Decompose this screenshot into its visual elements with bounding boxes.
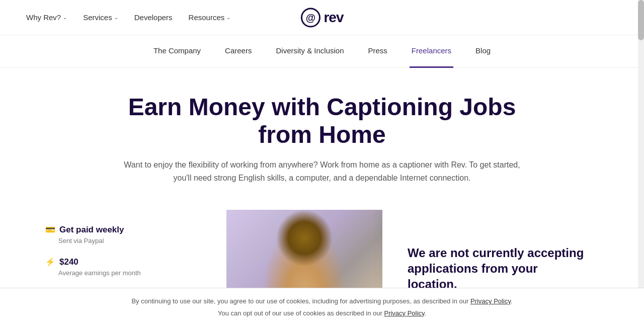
subnav-freelancers[interactable]: Freelancers	[410, 35, 453, 68]
rev-logo-icon: @	[300, 8, 320, 28]
stat-paid-weekly-value: Get paid weekly	[59, 225, 124, 235]
cookie-line-2: You can opt out of our use of cookies as…	[20, 307, 624, 319]
svg-text:@: @	[306, 12, 316, 23]
scrollbar-thumb[interactable]	[638, 0, 644, 40]
rev-wordmark: rev	[324, 10, 343, 26]
chevron-down-icon: ⌄	[226, 15, 230, 20]
chevron-down-icon: ⌄	[63, 15, 67, 20]
stat-average-earnings: $240 Average earnings per month	[45, 257, 211, 277]
nav-services[interactable]: Services ⌄	[77, 9, 124, 26]
top-navigation: Why Rev? ⌄ Services ⌄ Developers Resourc…	[0, 0, 644, 35]
nav-developers[interactable]: Developers	[128, 9, 179, 26]
sub-navigation: The Company Careers Diversity & Inclusio…	[0, 35, 644, 68]
page-title: Earn Money with Captioning Jobs from Hom…	[101, 93, 543, 148]
nav-why-rev-label: Why Rev?	[26, 13, 61, 22]
subnav-blog[interactable]: Blog	[473, 35, 493, 68]
nav-services-label: Services	[83, 13, 112, 22]
not-accepting-message: We are not currently accepting applicati…	[408, 245, 589, 292]
stat-paid-weekly-label: Sent via Paypal	[58, 237, 211, 244]
subnav-the-company[interactable]: The Company	[151, 35, 203, 68]
scrollbar[interactable]	[638, 0, 644, 326]
hero-subtitle: Want to enjoy the flexibility of working…	[121, 158, 523, 184]
top-nav-links: Why Rev? ⌄ Services ⌄ Developers Resourc…	[20, 9, 236, 26]
stat-average-value: $240	[59, 257, 78, 267]
nav-resources[interactable]: Resources ⌄	[183, 9, 237, 26]
nav-resources-label: Resources	[189, 13, 225, 22]
hero-section: Earn Money with Captioning Jobs from Hom…	[0, 68, 644, 200]
nav-why-rev[interactable]: Why Rev? ⌄	[20, 9, 73, 26]
cookie-line-1: By continuing to use our site, you agree…	[20, 295, 624, 307]
subnav-diversity-inclusion[interactable]: Diversity & Inclusion	[274, 35, 346, 68]
logo[interactable]: @ rev	[300, 8, 343, 28]
stat-paid-weekly: Get paid weekly Sent via Paypal	[45, 225, 211, 244]
chevron-down-icon: ⌄	[114, 15, 118, 20]
nav-developers-label: Developers	[134, 13, 173, 22]
paypal-icon	[45, 225, 55, 234]
privacy-policy-link-1[interactable]: Privacy Policy	[470, 297, 511, 305]
privacy-policy-link-2[interactable]: Privacy Policy	[384, 309, 424, 317]
stat-average-label: Average earnings per month	[58, 269, 211, 277]
subnav-press[interactable]: Press	[366, 35, 389, 68]
cookie-banner: By continuing to use our site, you agree…	[0, 288, 644, 326]
subnav-careers[interactable]: Careers	[223, 35, 254, 68]
earnings-icon	[45, 257, 55, 267]
